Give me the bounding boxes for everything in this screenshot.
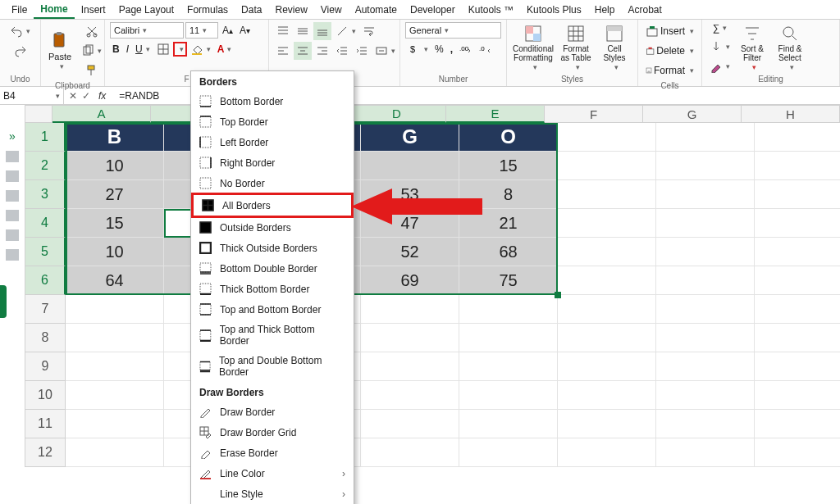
cell-styles-button[interactable]: Cell Styles▾ — [597, 21, 632, 74]
cell[interactable]: B — [66, 123, 164, 152]
decrease-decimal-button[interactable]: .0 — [477, 40, 495, 58]
comma-button[interactable]: , — [448, 41, 455, 57]
cell[interactable]: 21 — [459, 209, 558, 238]
cell[interactable]: 10 — [66, 238, 164, 266]
align-right-button[interactable] — [313, 42, 331, 60]
wrap-text-button[interactable] — [360, 22, 378, 40]
format-as-table-button[interactable]: Format as Table▾ — [556, 21, 596, 74]
italic-button[interactable]: I — [124, 41, 131, 57]
fx-icon[interactable]: fx — [95, 90, 109, 102]
menu-erase-border[interactable]: Erase Border — [191, 443, 354, 463]
align-left-button[interactable] — [274, 42, 292, 60]
menu-kutools[interactable]: Kutools ™ — [462, 2, 520, 18]
menu-right-border[interactable]: Right Border — [191, 152, 354, 173]
cell[interactable]: 64 — [66, 266, 164, 295]
menu-home[interactable]: Home — [34, 1, 74, 19]
cell[interactable] — [361, 352, 459, 381]
cell[interactable] — [656, 123, 755, 152]
increase-indent-button[interactable] — [353, 42, 371, 60]
sidestrip-icon[interactable] — [6, 151, 19, 162]
row-header[interactable]: 4 — [25, 209, 66, 238]
cell[interactable] — [459, 438, 558, 467]
fill-color-button[interactable]: ▾ — [188, 40, 213, 58]
row-header[interactable]: 5 — [25, 238, 66, 266]
cell[interactable] — [459, 295, 558, 324]
cell[interactable] — [66, 295, 164, 324]
cell[interactable] — [361, 381, 459, 410]
cell[interactable] — [361, 438, 459, 467]
menu-draw-border-grid[interactable]: Draw Border Grid — [191, 422, 354, 443]
menu-bottom-border[interactable]: Bottom Border — [191, 91, 354, 111]
menu-formulas[interactable]: Formulas — [180, 2, 235, 18]
percent-button[interactable]: % — [432, 41, 446, 57]
cell[interactable] — [656, 238, 755, 266]
menu-draw-border[interactable]: Draw Border — [191, 402, 354, 422]
cell[interactable] — [558, 381, 656, 410]
fill-button[interactable]: ▾ — [707, 38, 733, 56]
align-middle-button[interactable] — [294, 22, 312, 40]
cell[interactable] — [755, 410, 840, 438]
undo-button[interactable]: ▾ — [5, 22, 35, 40]
cell[interactable] — [459, 324, 558, 352]
menu-no-border[interactable]: No Border — [191, 173, 354, 193]
decrease-font-button[interactable]: A▾ — [237, 22, 253, 39]
cell[interactable]: 10 — [66, 152, 164, 180]
format-cells-button[interactable]: Format▾ — [643, 61, 696, 79]
cell[interactable] — [656, 381, 755, 410]
cell[interactable] — [558, 438, 656, 467]
menu-data[interactable]: Data — [235, 2, 268, 18]
copy-button[interactable]: ▾ — [79, 42, 104, 60]
cell[interactable] — [66, 438, 164, 467]
cell[interactable] — [656, 295, 755, 324]
sidestrip-icon[interactable] — [6, 170, 19, 182]
bold-button[interactable]: B — [110, 41, 122, 57]
row-header[interactable]: 12 — [25, 438, 66, 467]
cell[interactable] — [755, 152, 840, 180]
cell[interactable] — [66, 324, 164, 352]
col-header-d[interactable]: D — [348, 105, 446, 123]
cell[interactable] — [361, 152, 459, 180]
increase-decimal-button[interactable]: .00 — [457, 40, 475, 58]
cell[interactable]: 27 — [66, 180, 164, 209]
name-box[interactable]: B4▾ — [0, 87, 64, 104]
menu-page-layout[interactable]: Page Layout — [112, 2, 180, 18]
number-format-select[interactable]: General▾ — [405, 22, 501, 39]
col-header-h[interactable]: H — [742, 105, 840, 123]
cell[interactable] — [656, 180, 755, 209]
cell[interactable] — [558, 123, 656, 152]
cell[interactable] — [558, 352, 656, 381]
menu-line-style[interactable]: Line Style — [191, 484, 354, 504]
row-header[interactable]: 11 — [25, 410, 66, 438]
borders-dropdown-button[interactable]: ▾ — [174, 43, 186, 56]
cell[interactable] — [656, 209, 755, 238]
row-header[interactable]: 7 — [25, 295, 66, 324]
menu-top-border[interactable]: Top Border — [191, 111, 354, 132]
cell[interactable] — [755, 295, 840, 324]
find-select-button[interactable]: Find & Select▾ — [772, 21, 808, 74]
sidestrip-icon[interactable] — [6, 249, 19, 261]
sidestrip-icon[interactable] — [6, 210, 19, 221]
cell[interactable] — [558, 180, 656, 209]
cell[interactable]: 69 — [361, 266, 459, 295]
cell[interactable]: G — [361, 123, 459, 152]
cell[interactable] — [755, 381, 840, 410]
cell[interactable] — [755, 324, 840, 352]
font-size-select[interactable]: 11▾ — [185, 22, 218, 39]
cell[interactable] — [755, 266, 840, 295]
row-header[interactable]: 10 — [25, 381, 66, 410]
menu-thick-bottom-border[interactable]: Thick Bottom Border — [191, 279, 354, 299]
side-panel-handle[interactable] — [0, 285, 7, 318]
align-center-button[interactable] — [294, 42, 312, 60]
menu-view[interactable]: View — [314, 2, 349, 18]
cell[interactable]: 52 — [361, 238, 459, 266]
orientation-button[interactable]: ▾ — [333, 22, 358, 40]
increase-font-button[interactable]: A▴ — [220, 22, 235, 39]
cell[interactable] — [558, 266, 656, 295]
row-header[interactable]: 8 — [25, 324, 66, 352]
fill-handle[interactable] — [555, 292, 561, 298]
cell[interactable] — [361, 324, 459, 352]
cell[interactable] — [558, 410, 656, 438]
menu-file[interactable]: File — [5, 2, 34, 18]
cell[interactable] — [459, 381, 558, 410]
row-header[interactable]: 1 — [25, 123, 66, 152]
